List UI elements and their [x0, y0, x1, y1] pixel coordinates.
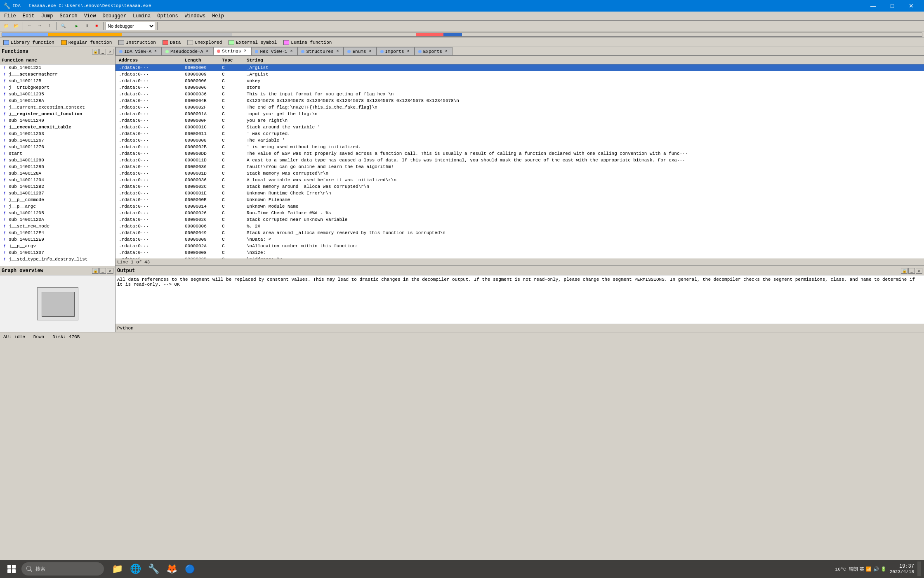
function-item[interactable]: ƒsub_140011267 [0, 137, 115, 144]
table-row[interactable]: .rdata:0···0000000ECUnknown Filename [116, 197, 924, 203]
menu-item-options[interactable]: Options [154, 12, 181, 20]
table-row[interactable]: .rdata:0···0000000FCyou are right\n [116, 117, 924, 124]
table-row[interactable]: .rdata:0···00000006Cstore [116, 84, 924, 91]
menu-item-help[interactable]: Help [209, 12, 227, 20]
strings-content[interactable]: Address Length Type String .rdata:0···00… [116, 56, 924, 258]
tab-close-icon[interactable]: × [335, 49, 340, 54]
table-row[interactable]: .rdata:0···00000036CA local variable was… [116, 177, 924, 183]
toolbar-search[interactable]: 🔍 [59, 22, 68, 30]
function-item[interactable]: ƒsub_140011276 [0, 144, 115, 150]
tab-pseudocode-a[interactable]: Pseudocode-A× [162, 47, 213, 55]
table-row[interactable]: .rdata:0···0000001DCStack memory was cor… [116, 170, 924, 177]
table-row[interactable]: .rdata:0···00000008CThe variable ' [116, 137, 924, 144]
toolbar-pause[interactable]: ⏸ [82, 22, 91, 30]
taskbar-app-edge[interactable]: 🌐 [127, 561, 144, 576]
taskbar-app-firefox[interactable]: 🦊 [163, 561, 180, 576]
function-item[interactable]: ƒj__std_type_info_destroy_list [0, 256, 115, 263]
function-item[interactable]: ƒsub_1400112B2 [0, 183, 115, 190]
functions-list[interactable]: ƒsub_14001221ƒj___setusermatherrƒsub_140… [0, 64, 115, 266]
tab-enums[interactable]: Enums× [344, 47, 376, 55]
table-row[interactable]: .rdata:0···00000009C_ArgList [116, 64, 924, 71]
tab-exports[interactable]: Exports× [415, 47, 453, 55]
menu-item-jump[interactable]: Jump [38, 12, 57, 20]
function-item[interactable]: ƒj__p__argv [0, 243, 115, 249]
minimize-button[interactable]: — [864, 0, 883, 12]
table-row[interactable]: .rdata:0···0000002AC\nAllocation number … [116, 243, 924, 249]
function-item[interactable]: ƒj___setusermatherr [0, 71, 115, 78]
function-item[interactable]: ƒsub_1400112E4 [0, 230, 115, 236]
tab-hex-view-1[interactable]: Hex View-1× [251, 47, 297, 55]
table-row[interactable]: .rdata:0···00000026CStack corrupted near… [116, 216, 924, 223]
panel-lock-btn[interactable]: 🔒 [92, 49, 99, 54]
toolbar-back[interactable]: ← [25, 22, 34, 30]
show-desktop-button[interactable] [917, 561, 921, 576]
table-row[interactable]: .rdata:0···00000036CThis is the input fo… [116, 91, 924, 97]
taskbar-search-box[interactable]: 搜索 [21, 562, 104, 576]
table-row[interactable]: .rdata:0···0000011DCA cast to a smaller … [116, 157, 924, 163]
close-button[interactable]: ✕ [902, 0, 921, 12]
table-row[interactable]: .rdata:0···0000001ACinput your get the f… [116, 111, 924, 117]
menu-item-view[interactable]: View [81, 12, 99, 20]
menu-item-search[interactable]: Search [56, 12, 80, 20]
menu-item-file[interactable]: File [1, 12, 19, 20]
function-item[interactable]: ƒsub_1400128A [0, 170, 115, 177]
function-item[interactable]: ƒj__set_new_mode [0, 223, 115, 230]
graph-close-btn[interactable]: × [107, 268, 113, 274]
taskbar-app-ida[interactable]: 🔧 [145, 561, 162, 576]
function-item[interactable]: ƒsub_140011235 [0, 91, 115, 97]
function-item[interactable]: ƒsub_14001221 [0, 64, 115, 71]
function-item[interactable]: ƒsub_140011294 [0, 177, 115, 183]
function-item[interactable]: ƒj__execute_onexit_table [0, 124, 115, 130]
output-lock-btn[interactable]: 🔒 [901, 268, 908, 274]
output-close-btn[interactable]: × [916, 268, 922, 274]
toolbar-stop[interactable]: ■ [92, 22, 101, 30]
taskbar-app-chrome[interactable]: 🔵 [182, 561, 198, 576]
table-row[interactable]: .rdata:0···00000026CRun-Time Check Failu… [116, 210, 924, 216]
function-item[interactable]: ƒj__p__commode [0, 197, 115, 203]
table-row[interactable]: .rdata:0···00000049CStack area around _a… [116, 230, 924, 236]
function-item[interactable]: ƒsub_140011253 [0, 130, 115, 137]
table-row[interactable]: .rdata:0···00000014CUnknown Module Name [116, 203, 924, 210]
taskbar-start-button[interactable] [3, 561, 20, 576]
menu-item-lumina[interactable]: Lumina [130, 12, 154, 20]
toolbar-open[interactable]: 📂 [12, 22, 21, 30]
menu-item-edit[interactable]: Edit [19, 12, 38, 20]
function-item[interactable]: ƒj__p__argc [0, 203, 115, 210]
maximize-button[interactable]: □ [883, 0, 902, 12]
function-item[interactable]: ƒsub_140011307 [0, 249, 115, 256]
panel-close-btn[interactable]: × [107, 49, 113, 54]
panel-min-btn[interactable]: _ [99, 49, 106, 54]
function-item[interactable]: ƒsub_140011285 [0, 163, 115, 170]
table-row[interactable]: .rdata:0···0000001ECUnknown Runtime Chec… [116, 190, 924, 197]
function-item[interactable]: ƒsub_1400112B [0, 78, 115, 84]
function-item[interactable]: ƒsub_1400112BA [0, 97, 115, 104]
table-row[interactable]: .rdata:0···00000008C\nSize: [116, 249, 924, 256]
table-row[interactable]: .rdata:0···0000001CCStack around the var… [116, 124, 924, 130]
graph-min-btn[interactable]: _ [99, 268, 106, 274]
table-row[interactable]: .rdata:0···00000006C%. 2X [116, 223, 924, 230]
tab-close-icon[interactable]: × [406, 49, 411, 54]
table-row[interactable]: .rdata:0···0000004EC0x12345678 0x1234567… [116, 97, 924, 104]
function-item[interactable]: ƒj__current_exception_context [0, 104, 115, 111]
menu-item-windows[interactable]: Windows [182, 12, 209, 20]
table-row[interactable]: .rdata:0···00000006Cunkey [116, 78, 924, 84]
tab-close-icon[interactable]: × [368, 49, 373, 54]
table-row[interactable]: .rdata:0···0000002BC' is being used with… [116, 144, 924, 150]
table-row[interactable]: .rdata:0···00000036Cfault!\nYou can go o… [116, 163, 924, 170]
toolbar-run[interactable]: ▶ [72, 22, 81, 30]
tab-close-icon[interactable]: × [153, 49, 158, 54]
tab-imports[interactable]: Imports× [377, 47, 415, 55]
table-row[interactable]: .rdata:0···0000002FCThe end of flag:\nHZ… [116, 104, 924, 111]
function-item[interactable]: ƒsub_1400112DA [0, 216, 115, 223]
function-item[interactable]: ƒstart [0, 150, 115, 157]
tab-close-icon[interactable]: × [444, 49, 449, 54]
taskbar-app-files[interactable]: 📁 [109, 561, 125, 576]
table-row[interactable]: .rdata:0···00000009C_ArgList [116, 71, 924, 78]
function-item[interactable]: ƒj__CrtDbgReport [0, 84, 115, 91]
menu-item-debugger[interactable]: Debugger [99, 12, 130, 20]
table-row[interactable]: .rdata:0···000000DDCThe value of ESP was… [116, 150, 924, 157]
tab-close-icon[interactable]: × [289, 49, 294, 54]
tab-structures[interactable]: Structures× [297, 47, 344, 55]
function-item[interactable]: ƒsub_140011280 [0, 157, 115, 163]
tab-ida-view-a[interactable]: IDA View-A× [116, 47, 162, 55]
